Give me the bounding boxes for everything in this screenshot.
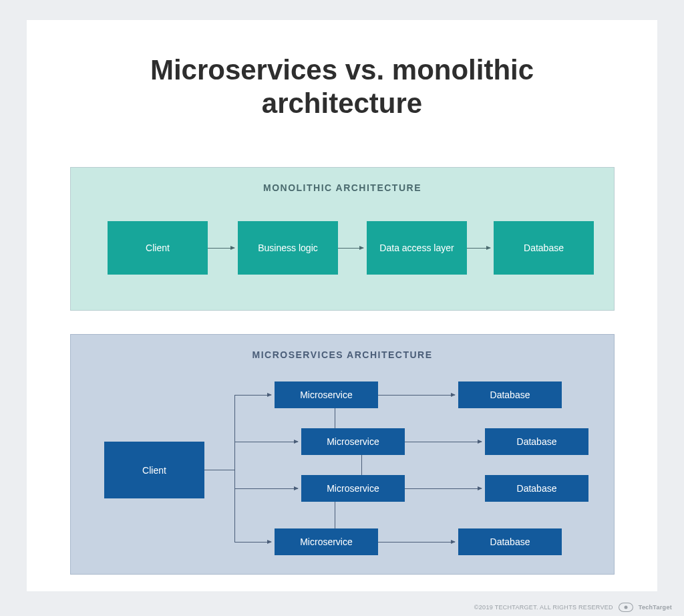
- footer-brand: TechTarget: [639, 604, 672, 611]
- microservices-heading: MICROSERVICES ARCHITECTURE: [71, 349, 614, 360]
- micro-box-service-1: Microservice: [275, 381, 378, 408]
- arrow-icon: [378, 542, 455, 543]
- monolithic-heading: MONOLITHIC ARCHITECTURE: [71, 182, 614, 193]
- mono-box-business-logic: Business logic: [238, 221, 338, 275]
- arrow-icon: [234, 488, 298, 489]
- diagram-card: Microservices vs. monolithic architectur…: [27, 20, 657, 591]
- micro-box-db-1: Database: [458, 381, 562, 408]
- arrow-icon: [405, 442, 482, 442]
- connector-line: [335, 502, 335, 528]
- footer-copyright: ©2019 TECHTARGET. ALL RIGHTS RESERVED: [474, 604, 613, 611]
- micro-box-service-3: Microservice: [301, 475, 405, 502]
- connector-line: [234, 395, 235, 542]
- micro-box-service-4: Microservice: [275, 528, 378, 555]
- mono-box-data-access: Data access layer: [367, 221, 467, 275]
- monolithic-panel: MONOLITHIC ARCHITECTURE Client Business …: [70, 167, 615, 311]
- mono-box-database: Database: [494, 221, 594, 275]
- diagram-title: Microservices vs. monolithic architectur…: [27, 20, 657, 141]
- microservices-panel: MICROSERVICES ARCHITECTURE Client .panel…: [70, 334, 615, 575]
- micro-box-db-3: Database: [485, 475, 588, 502]
- arrow-icon: [234, 442, 298, 442]
- arrow-icon: [405, 488, 482, 489]
- micro-box-client: Client: [104, 442, 204, 498]
- arrow-icon: [234, 395, 271, 396]
- logo-icon: [619, 603, 633, 612]
- mono-box-client: Client: [108, 221, 208, 275]
- arrow-icon: [467, 248, 490, 249]
- arrow-icon: [338, 248, 363, 249]
- micro-box-service-2: Microservice: [301, 428, 405, 455]
- arrow-icon: [378, 395, 455, 396]
- footer: ©2019 TECHTARGET. ALL RIGHTS RESERVED Te…: [474, 603, 672, 612]
- arrow-icon: [234, 542, 271, 543]
- micro-box-db-2: Database: [485, 428, 588, 455]
- arrow-icon: [208, 248, 234, 249]
- connector-line: [335, 408, 335, 428]
- connector-line: [361, 455, 362, 475]
- micro-box-db-4: Database: [458, 528, 562, 555]
- connector-line: [204, 470, 234, 470]
